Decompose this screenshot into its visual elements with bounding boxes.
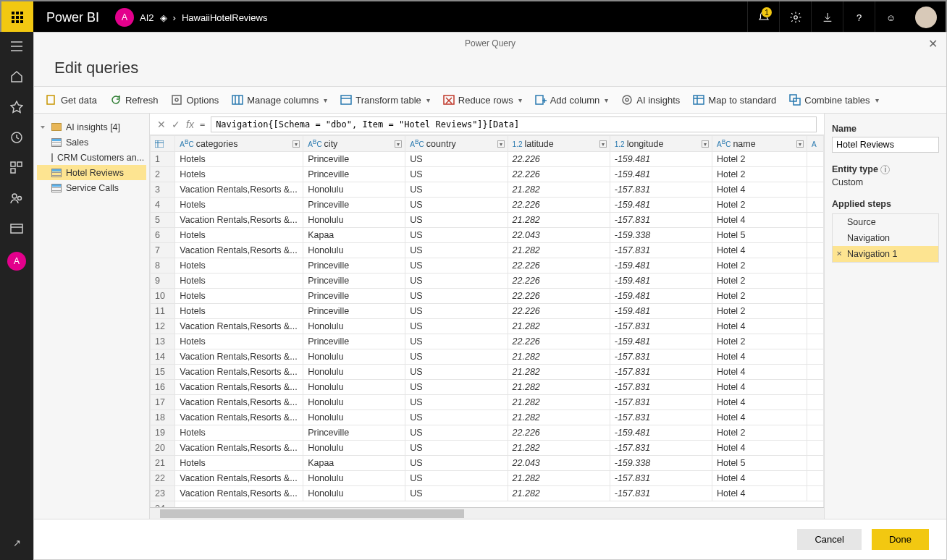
cell[interactable]: US [405, 167, 508, 182]
cell[interactable]: Hotel 4 [712, 410, 807, 425]
cell[interactable]: US [405, 304, 508, 319]
table-row[interactable]: 22Vacation Rentals,Resorts &...HonoluluU… [151, 471, 824, 486]
query-item[interactable]: Hotel Reviews [37, 165, 146, 180]
table-row[interactable]: 14Vacation Rentals,Resorts &...HonoluluU… [151, 349, 824, 365]
formula-input[interactable] [211, 116, 817, 132]
cell[interactable]: Hotel 2 [712, 273, 807, 289]
cell[interactable]: US [405, 228, 508, 243]
cell[interactable]: -159.481 [610, 258, 712, 273]
table-row[interactable]: 19HotelsPrincevilleUS22.226-159.481Hotel… [151, 425, 824, 441]
applied-step[interactable]: Navigation 1 [833, 246, 938, 262]
cell[interactable]: -157.831 [610, 380, 712, 395]
cell[interactable]: Hotels [175, 198, 303, 213]
column-filter-icon[interactable]: ▾ [796, 140, 804, 148]
cell[interactable]: Hotel 2 [712, 198, 807, 213]
settings-button[interactable] [779, 1, 811, 33]
cell[interactable]: -159.481 [610, 167, 712, 182]
table-row[interactable]: 3Vacation Rentals,Resorts &...HonoluluUS… [151, 182, 824, 198]
cell[interactable]: 22.226 [508, 334, 610, 349]
cell[interactable]: Honolulu [303, 182, 405, 198]
cell[interactable]: Hotel 4 [712, 243, 807, 258]
cell[interactable]: Honolulu [303, 213, 405, 228]
data-grid[interactable]: ABCcategories▾ABCcity▾ABCcountry▾1.2lati… [150, 135, 824, 507]
cell[interactable]: -159.481 [610, 304, 712, 319]
cell[interactable]: Princeville [303, 304, 405, 319]
cell[interactable]: Hotel 4 [712, 471, 807, 486]
column-filter-icon[interactable]: ▾ [292, 140, 300, 148]
cell[interactable]: Kapaa [303, 228, 405, 243]
cell[interactable]: 22.043 [508, 228, 610, 243]
column-filter-icon[interactable]: ▾ [599, 140, 607, 148]
cell[interactable]: Hotels [175, 334, 303, 349]
column-header[interactable]: ABCcountry▾ [405, 136, 508, 152]
cell[interactable]: 21.282 [508, 349, 610, 365]
menu-toggle[interactable] [9, 39, 24, 54]
cell[interactable]: US [405, 441, 508, 456]
cell[interactable]: US [405, 365, 508, 380]
cell[interactable]: Vacation Rentals,Resorts &... [175, 441, 303, 456]
cell[interactable]: Hotel 2 [712, 289, 807, 304]
cell[interactable]: -159.338 [610, 228, 712, 243]
table-row[interactable]: 4HotelsPrincevilleUS22.226-159.481Hotel … [151, 198, 824, 213]
cell[interactable]: -159.481 [610, 425, 712, 441]
cell[interactable]: Hotel 4 [712, 213, 807, 228]
cell[interactable]: 21.282 [508, 410, 610, 425]
table-row[interactable]: 10HotelsPrincevilleUS22.226-159.481Hotel… [151, 289, 824, 304]
cell[interactable]: Hotel 4 [712, 182, 807, 198]
table-row[interactable]: 13HotelsPrincevilleUS22.226-159.481Hotel… [151, 334, 824, 349]
cell[interactable]: Vacation Rentals,Resorts &... [175, 410, 303, 425]
cell[interactable]: 22.226 [508, 425, 610, 441]
table-row[interactable]: 15Vacation Rentals,Resorts &...HonoluluU… [151, 365, 824, 380]
column-filter-icon[interactable]: ▾ [702, 140, 709, 148]
fx-icon[interactable]: fx [186, 119, 194, 130]
cell[interactable]: Honolulu [303, 349, 405, 365]
cell[interactable]: 22.226 [508, 273, 610, 289]
cell[interactable]: US [405, 395, 508, 410]
cell[interactable]: Hotel 4 [712, 380, 807, 395]
cell[interactable]: Hotels [175, 152, 303, 167]
query-item[interactable]: Service Calls [37, 180, 146, 195]
cell[interactable]: Vacation Rentals,Resorts &... [175, 349, 303, 365]
nav-home[interactable] [9, 69, 24, 84]
cell[interactable]: Hotels [175, 289, 303, 304]
cell[interactable]: Hotels [175, 456, 303, 471]
cell[interactable]: -159.481 [610, 334, 712, 349]
nav-favorites[interactable] [9, 100, 24, 114]
cell[interactable]: Hotel 4 [712, 486, 807, 501]
cell[interactable]: Hotel 4 [712, 395, 807, 410]
cell[interactable]: 21.282 [508, 213, 610, 228]
cell[interactable]: Honolulu [303, 395, 405, 410]
table-row[interactable]: 20Vacation Rentals,Resorts &...HonoluluU… [151, 441, 824, 456]
options-button[interactable]: Options [169, 93, 220, 107]
info-icon[interactable]: i [880, 165, 890, 174]
applied-step[interactable]: Navigation [833, 230, 938, 246]
cell[interactable]: -159.481 [610, 289, 712, 304]
cell[interactable]: US [405, 486, 508, 501]
cell[interactable]: Vacation Rentals,Resorts &... [175, 213, 303, 228]
cell[interactable]: -157.831 [610, 243, 712, 258]
cancel-button[interactable]: Cancel [797, 529, 861, 550]
cell[interactable]: Princeville [303, 334, 405, 349]
formula-cancel[interactable]: ✕ [157, 119, 166, 130]
cell[interactable]: 21.282 [508, 486, 610, 501]
cell[interactable]: Princeville [303, 198, 405, 213]
combine-tables-button[interactable]: Combine tables▾ [788, 93, 880, 107]
cell[interactable]: Hotel 4 [712, 365, 807, 380]
cell[interactable]: Vacation Rentals,Resorts &... [175, 395, 303, 410]
cell[interactable]: US [405, 456, 508, 471]
cell[interactable]: US [405, 289, 508, 304]
cell[interactable]: 22.043 [508, 456, 610, 471]
current-workspace-badge[interactable]: A [7, 252, 26, 271]
cell[interactable]: Vacation Rentals,Resorts &... [175, 365, 303, 380]
cell[interactable]: Hotels [175, 167, 303, 182]
breadcrumb[interactable]: A AI2 ◈ › HawaiiHotelReviews [115, 8, 267, 27]
cell[interactable]: Vacation Rentals,Resorts &... [175, 319, 303, 334]
column-header[interactable]: 1.2latitude▾ [508, 136, 610, 152]
refresh-button[interactable]: Refresh [109, 93, 160, 107]
cell[interactable]: 21.282 [508, 471, 610, 486]
table-row[interactable]: 2HotelsPrincevilleUS22.226-159.481Hotel … [151, 167, 824, 182]
cell[interactable]: Kapaa [303, 456, 405, 471]
cell[interactable]: Vacation Rentals,Resorts &... [175, 380, 303, 395]
cell[interactable]: Hotel 2 [712, 304, 807, 319]
cell[interactable]: 22.226 [508, 167, 610, 182]
